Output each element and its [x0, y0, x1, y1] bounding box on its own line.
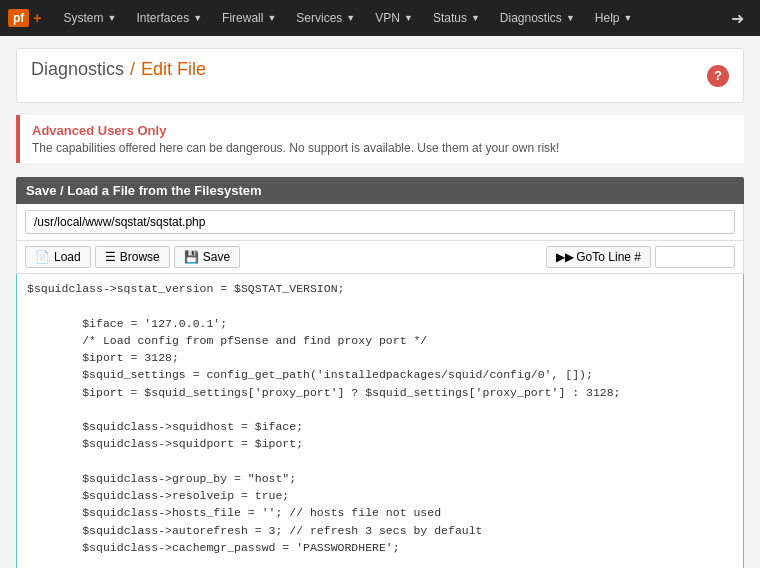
goto-button[interactable]: ▶▶ GoTo Line #	[546, 246, 651, 268]
nav-interfaces[interactable]: Interfaces ▼	[126, 0, 212, 36]
browse-button[interactable]: ☰ Browse	[95, 246, 170, 268]
nav-help[interactable]: Help ▼	[585, 0, 643, 36]
nav-status[interactable]: Status ▼	[423, 0, 490, 36]
load-icon: 📄	[35, 250, 50, 264]
nav-diagnostics[interactable]: Diagnostics ▼	[490, 0, 585, 36]
help-icon[interactable]: ?	[707, 65, 729, 87]
nav-right: ➜	[723, 9, 752, 28]
nav-menu: System ▼ Interfaces ▼ Firewall ▼ Service…	[54, 0, 723, 36]
list-icon: ☰	[105, 250, 116, 264]
breadcrumb-current: Edit File	[141, 59, 206, 80]
logout-icon[interactable]: ➜	[723, 9, 752, 28]
goto-row: ▶▶ GoTo Line #	[546, 246, 735, 268]
load-label: Load	[54, 250, 81, 264]
page-content: Diagnostics / Edit File ? Advanced Users…	[0, 36, 760, 568]
goto-arrow-icon: ▶▶	[556, 250, 574, 264]
browse-label: Browse	[120, 250, 160, 264]
code-editor[interactable]: $squidclass->sqstat_version = $SQSTAT_VE…	[17, 274, 743, 568]
warning-box: Advanced Users Only The capabilities off…	[16, 115, 744, 163]
nav-firewall[interactable]: Firewall ▼	[212, 0, 286, 36]
code-editor-wrapper: $squidclass->sqstat_version = $SQSTAT_VE…	[16, 274, 744, 568]
nav-system[interactable]: System ▼	[54, 0, 127, 36]
save-label: Save	[203, 250, 230, 264]
goto-label: GoTo Line #	[576, 250, 641, 264]
toolbar-row: 📄 Load ☰ Browse 💾 Save ▶▶ GoTo Line #	[16, 241, 744, 274]
warning-text: The capabilities offered here can be dan…	[32, 141, 732, 155]
top-navbar: pf + System ▼ Interfaces ▼ Firewall ▼ Se…	[0, 0, 760, 36]
brand: pf +	[8, 9, 42, 27]
goto-line-input[interactable]	[655, 246, 735, 268]
nav-vpn[interactable]: VPN ▼	[365, 0, 423, 36]
breadcrumb-parent[interactable]: Diagnostics	[31, 59, 124, 80]
main-wrapper: Diagnostics / Edit File ? Advanced Users…	[16, 48, 744, 568]
breadcrumb-row: Diagnostics / Edit File ?	[16, 48, 744, 103]
section-header: Save / Load a File from the Filesystem	[16, 177, 744, 204]
save-button[interactable]: 💾 Save	[174, 246, 240, 268]
breadcrumb-separator: /	[130, 59, 135, 80]
breadcrumb: Diagnostics / Edit File	[31, 59, 206, 80]
warning-title: Advanced Users Only	[32, 123, 732, 138]
file-path-input[interactable]	[25, 210, 735, 234]
save-icon: 💾	[184, 250, 199, 264]
load-button[interactable]: 📄 Load	[25, 246, 91, 268]
file-path-row	[16, 204, 744, 241]
plus-label: +	[33, 10, 41, 26]
nav-services[interactable]: Services ▼	[286, 0, 365, 36]
pfsense-logo: pf	[8, 9, 29, 27]
